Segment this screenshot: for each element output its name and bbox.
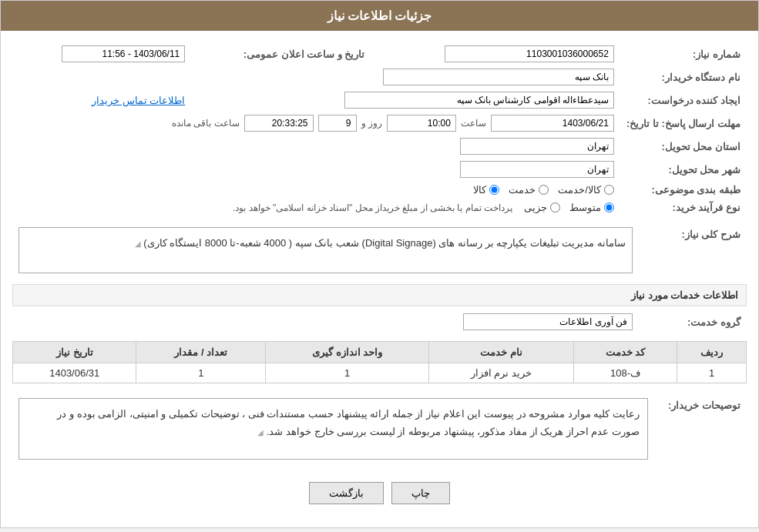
radio-motaset[interactable]: متوسط — [569, 202, 614, 213]
ijad-konande-label: ایجاد کننده درخواست: — [620, 89, 747, 112]
mohlat-label: مهلت ارسال پاسخ: تا تاریخ: — [620, 112, 747, 135]
tarikh-elan-input[interactable] — [62, 45, 185, 62]
tawzih-khardar-label: توصیحات خریدار: — [654, 395, 747, 463]
countdown-input[interactable] — [244, 115, 314, 132]
shahr-value — [12, 158, 620, 181]
tarikh-elan-label: تاریخ و ساعت اعلان عمومی: — [191, 42, 380, 65]
service-table: ردیف کد خدمت نام خدمت واحد اندازه گیری ت… — [12, 341, 747, 383]
cell-vahed: 1 — [266, 363, 429, 383]
col-tarikh: تاریخ نیاز — [13, 342, 136, 363]
radio-jozee[interactable]: جزیی — [524, 202, 560, 213]
sharh-kolli-table: شرح کلی نیاز: سامانه مدیریت تبلیغات یکپا… — [12, 224, 747, 276]
tamass-khardar-link[interactable]: اطلاعات تماس خریدار — [92, 95, 185, 106]
cell-namKhadamat: خرید نرم افزار — [428, 363, 573, 383]
sharh-kolli-text: سامانه مدیریت تبلیغات یکپارچه بر رسانه ه… — [143, 237, 626, 249]
shomare-niaz-label: شماره نیاز: — [620, 42, 747, 65]
mohlat-value: ساعت روز و ساعت باقی مانده — [12, 112, 620, 135]
saate-label: ساعت — [461, 118, 486, 129]
radio-khadmat[interactable]: خدمت — [509, 184, 549, 196]
col-tedad: تعداد / مقدار — [136, 342, 266, 363]
tabaqeh-bandi-label: طبقه بندی موضوعی: — [620, 181, 747, 199]
ostan-label: استان محل تحویل: — [620, 135, 747, 158]
mohlat-time-input[interactable] — [387, 115, 456, 132]
ettelaat-khadamat-title: اطلاعات خدمات مورد نیاز — [12, 284, 747, 306]
page-wrapper: جزئیات اطلاعات نیاز شماره نیاز: تاریخ و … — [0, 0, 759, 528]
mohlat-date-input[interactable] — [491, 115, 614, 132]
col-radif: ردیف — [677, 342, 747, 363]
page-title: جزئیات اطلاعات نیاز — [1, 1, 758, 31]
tawzih-table: توصیحات خریدار: رعایت کلیه موارد مشروحه … — [12, 395, 747, 463]
cell-tarikh: 1403/06/31 — [13, 363, 136, 383]
noe-farayand-note: پرداخت تمام یا بخشی از مبلغ خریداز محل "… — [233, 202, 512, 213]
nam-dastgah-label: نام دستگاه خریدار: — [620, 65, 747, 89]
cell-radif: 1 — [677, 363, 747, 383]
tawzih-box: رعایت کلیه موارد مشروحه در پیوست این اعل… — [18, 398, 648, 460]
noe-farayand-options: متوسط جزیی پرداخت تمام یا بخشی از مبلغ خ… — [12, 199, 620, 216]
print-button[interactable]: چاپ — [391, 482, 450, 504]
tarikh-elan-value — [12, 42, 191, 65]
shahr-input[interactable] — [460, 161, 614, 178]
button-row: چاپ بازگشت — [12, 470, 747, 516]
shomare-niaz-input[interactable] — [445, 45, 614, 62]
shahr-label: شهر محل تحویل: — [620, 158, 747, 181]
resize-icon: ◢ — [135, 237, 141, 251]
grohe-khadamat-label: گروه خدمت: — [639, 310, 747, 333]
grohe-khadamat-value — [12, 310, 639, 333]
noe-farayand-label: نوع فرآیند خرید: — [620, 199, 747, 216]
ostan-input[interactable] — [460, 138, 614, 155]
shomare-niaz-value — [380, 42, 620, 65]
table-row: 1ف-108خرید نرم افزار111403/06/31 — [13, 363, 747, 383]
back-button[interactable]: بازگشت — [309, 482, 384, 504]
sharh-kolli-box: سامانه مدیریت تبلیغات یکپارچه بر رسانه ه… — [18, 227, 633, 273]
roz-input[interactable] — [318, 115, 357, 132]
col-vahed: واحد اندازه گیری — [266, 342, 429, 363]
nam-dastgah-input[interactable] — [383, 69, 614, 85]
radio-kala-khadmat[interactable]: کالا/خدمت — [558, 184, 614, 196]
roz-label: روز و — [361, 118, 382, 129]
grohe-khadamat-input[interactable] — [463, 313, 633, 330]
nam-dastgah-value — [12, 65, 620, 89]
tabaqeh-bandi-options: کالا/خدمت خدمت کالا — [12, 181, 620, 199]
col-kod: کد خدمت — [573, 342, 677, 363]
info-table: شماره نیاز: تاریخ و ساعت اعلان عمومی: نا… — [12, 42, 747, 216]
ijad-konande-value — [191, 89, 620, 112]
resize-icon-2: ◢ — [257, 426, 264, 440]
cell-tedad: 1 — [136, 363, 266, 383]
tawzih-text: رعایت کلیه موارد مشروحه در پیوست این اعل… — [57, 408, 640, 437]
tawzih-content: رعایت کلیه موارد مشروحه در پیوست این اعل… — [12, 395, 654, 463]
tamass-khardar-cell: اطلاعات تماس خریدار — [12, 89, 191, 112]
radio-kala[interactable]: کالا — [473, 184, 499, 196]
grohe-khadamat-table: گروه خدمت: — [12, 310, 747, 333]
sharh-kolli-label: شرح کلی نیاز: — [639, 224, 747, 276]
cell-kodKhadamat: ف-108 — [573, 363, 677, 383]
col-nam: نام خدمت — [428, 342, 573, 363]
content-area: شماره نیاز: تاریخ و ساعت اعلان عمومی: نا… — [1, 31, 758, 527]
sharh-kolli-content: سامانه مدیریت تبلیغات یکپارچه بر رسانه ه… — [12, 224, 639, 276]
saat-baghi-label: ساعت باقی مانده — [172, 118, 240, 129]
ostan-value — [12, 135, 620, 158]
ijad-konande-input[interactable] — [344, 92, 614, 109]
